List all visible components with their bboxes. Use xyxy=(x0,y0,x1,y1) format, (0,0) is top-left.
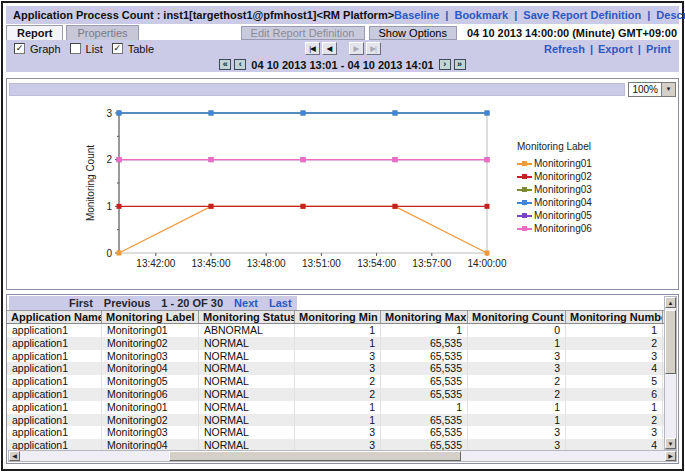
data-point-marker xyxy=(393,111,398,116)
table-cell: 65,535 xyxy=(381,350,468,363)
table-cell: Monitoring05 xyxy=(102,375,199,388)
pagination-bar: First Previous 1 - 20 OF 30 Next Last xyxy=(9,296,297,310)
report-datetime: 04 10 2013 14:00:00 (Minute) GMT+09:00 xyxy=(461,27,679,39)
table-cell: 1 xyxy=(468,414,566,427)
edit-report-definition-button[interactable]: Edit Report Definition xyxy=(241,26,365,40)
table-checkbox-label: Table xyxy=(128,43,154,55)
pagination-last[interactable]: Last xyxy=(269,297,292,309)
toolbar: ✓GraphList✓Table |◀ ◀ ▶ ▶| Refresh | Exp… xyxy=(6,40,679,72)
column-header: Application Name xyxy=(7,311,102,323)
chart-legend: Monitoring Label Monitoring01Monitoring0… xyxy=(517,141,592,235)
title-links: Baseline | Bookmark | Save Report Defini… xyxy=(394,9,685,21)
table-cell: Monitoring01 xyxy=(102,324,199,337)
scroll-up-icon[interactable]: ▲ xyxy=(665,297,676,308)
nav-prev-button[interactable]: ◀ xyxy=(322,42,337,55)
table-cell: application1 xyxy=(7,324,102,337)
table-cell: NORMAL xyxy=(199,426,295,439)
table-cell: 3 xyxy=(295,362,381,375)
zoom-select[interactable]: 100% ▼ xyxy=(628,82,676,97)
report-window-screenshot: { "window": { "title": "Application Proc… xyxy=(0,0,685,472)
pagination-next[interactable]: Next xyxy=(234,297,258,309)
legend-swatch xyxy=(517,228,532,230)
table-cell: 2 xyxy=(295,388,381,401)
svg-text:13:54:00: 13:54:00 xyxy=(357,258,396,269)
toolbar-row1: ✓GraphList✓Table |◀ ◀ ▶ ▶| Refresh | Exp… xyxy=(6,40,679,57)
legend-swatch xyxy=(517,202,532,204)
data-point-marker xyxy=(209,111,214,116)
pagination-first[interactable]: First xyxy=(69,297,93,309)
table-cell: NORMAL xyxy=(199,337,295,350)
table-cell: application1 xyxy=(7,414,102,427)
save-report-definition-link[interactable]: Save Report Definition xyxy=(523,9,641,21)
series-Monitoring01 xyxy=(117,204,490,256)
tab-properties[interactable]: Properties xyxy=(66,25,138,40)
table-cell: 4 xyxy=(566,362,663,375)
table-row: application1Monitoring02NORMAL165,53512 xyxy=(7,414,664,427)
table-cell: 65,535 xyxy=(381,362,468,375)
scroll-left-icon[interactable]: ◀ xyxy=(9,451,20,461)
scroll-down-icon[interactable]: ▼ xyxy=(665,438,676,449)
table-cell: NORMAL xyxy=(199,414,295,427)
pagination-previous[interactable]: Previous xyxy=(104,297,150,309)
column-header: Monitoring Min xyxy=(295,311,381,323)
graph-checkbox[interactable]: ✓ xyxy=(14,43,25,54)
legend-label: Monitoring03 xyxy=(534,184,592,195)
print-link[interactable]: Print xyxy=(646,43,671,55)
table-row: application1Monitoring05NORMAL265,53525 xyxy=(7,375,664,388)
series-Monitoring02 xyxy=(117,204,490,209)
column-header: Monitoring Max xyxy=(381,311,468,323)
table-cell: 65,535 xyxy=(381,388,468,401)
vertical-scrollbar[interactable]: ▲ ▼ xyxy=(664,296,677,450)
dropdown-arrow-icon[interactable]: ▼ xyxy=(661,83,675,96)
show-options-button[interactable]: Show Options xyxy=(369,26,457,40)
export-link[interactable]: Export xyxy=(598,43,633,55)
nav-first-button[interactable]: |◀ xyxy=(305,42,320,55)
table-cell: application1 xyxy=(7,362,102,375)
vertical-scroll-thumb[interactable] xyxy=(665,310,676,374)
table-cell: 1 xyxy=(468,401,566,414)
table-checkbox[interactable]: ✓ xyxy=(112,43,123,54)
data-point-marker xyxy=(393,204,398,209)
line-chart: 012313:42:0013:45:0013:48:0013:51:0013:5… xyxy=(9,97,676,289)
table-cell: 1 xyxy=(381,401,468,414)
nav-next-button[interactable]: ▶ xyxy=(349,42,364,55)
table-cell: 1 xyxy=(295,337,381,350)
list-checkbox[interactable] xyxy=(70,43,81,54)
move-span-start-icon[interactable]: « xyxy=(219,59,231,70)
nav-last-button[interactable]: ▶| xyxy=(366,42,381,55)
svg-text:13:57:00: 13:57:00 xyxy=(412,258,451,269)
table-cell: Monitoring04 xyxy=(102,362,199,375)
table-cell: 3 xyxy=(295,426,381,439)
description-link[interactable]: Description xyxy=(656,9,685,21)
move-span-forward-icon[interactable]: › xyxy=(439,59,451,70)
table-header-row: Application NameMonitoring LabelMonitori… xyxy=(7,310,664,324)
bookmark-link[interactable]: Bookmark xyxy=(454,9,508,21)
scroll-right-icon[interactable]: ▶ xyxy=(665,451,676,461)
graph-panel: 100% ▼ 012313:42:0013:45:0013:48:0013:51… xyxy=(6,78,679,290)
series-Monitoring06 xyxy=(117,157,490,162)
legend-swatch xyxy=(517,163,532,165)
column-header: Monitoring Status xyxy=(199,311,295,323)
time-range-label: 04 10 2013 13:01 - 04 10 2013 14:01 xyxy=(249,59,435,71)
horizontal-scroll-thumb[interactable] xyxy=(169,451,461,461)
horizontal-scrollbar[interactable]: ◀ ▶ xyxy=(8,450,677,462)
refresh-link[interactable]: Refresh xyxy=(544,43,585,55)
data-point-marker xyxy=(117,204,122,209)
column-header: Monitoring Number xyxy=(566,311,663,323)
table-cell: 1 xyxy=(295,324,381,337)
baseline-link[interactable]: Baseline xyxy=(394,9,439,21)
table-panel: First Previous 1 - 20 OF 30 Next Last Ap… xyxy=(6,294,679,464)
tab-row: Report Properties Edit Report Definition… xyxy=(6,24,679,40)
table-cell: 2 xyxy=(295,375,381,388)
tab-report[interactable]: Report xyxy=(6,25,63,40)
data-point-marker xyxy=(485,157,490,162)
table-cell: 1 xyxy=(566,401,663,414)
move-span-end-icon[interactable]: » xyxy=(454,59,466,70)
table-cell: 65,535 xyxy=(381,337,468,350)
move-span-back-icon[interactable]: ‹ xyxy=(234,59,246,70)
link-separator: | xyxy=(514,9,517,21)
data-point-marker xyxy=(485,204,490,209)
data-point-marker xyxy=(209,204,214,209)
svg-text:1: 1 xyxy=(106,201,112,212)
legend-label: Monitoring01 xyxy=(534,158,592,169)
